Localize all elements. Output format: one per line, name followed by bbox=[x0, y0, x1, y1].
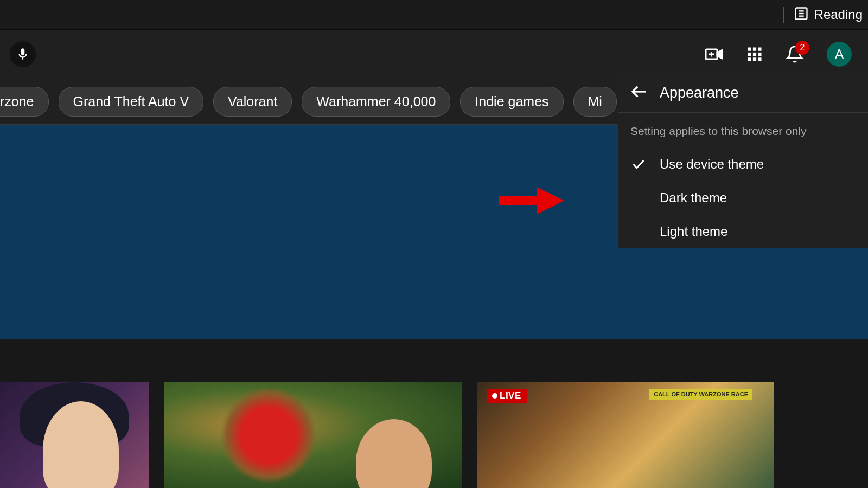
svg-marker-18 bbox=[537, 187, 564, 214]
video-thumbnail-3[interactable]: LIVE CALL OF DUTY WARZONE RACE bbox=[477, 382, 774, 488]
reading-list-icon bbox=[794, 6, 809, 23]
chip-warzone[interactable]: y: Warzone bbox=[0, 87, 49, 117]
chip-warhammer[interactable]: Warhammer 40,000 bbox=[302, 87, 450, 117]
thumbnail-overlay-text: CALL OF DUTY WARZONE RACE bbox=[649, 389, 752, 400]
option-light-theme[interactable]: Light theme bbox=[618, 215, 868, 248]
check-icon-container bbox=[630, 157, 647, 172]
svg-rect-8 bbox=[753, 48, 756, 51]
option-dark-theme[interactable]: Dark theme bbox=[618, 181, 868, 215]
video-thumbnail-1[interactable] bbox=[0, 382, 149, 488]
option-label: Light theme bbox=[660, 224, 727, 239]
red-arrow-icon bbox=[496, 184, 567, 217]
browser-divider bbox=[783, 7, 784, 23]
option-use-device-theme[interactable]: Use device theme bbox=[618, 147, 868, 181]
reading-mode-button[interactable]: Reading bbox=[794, 6, 863, 23]
user-avatar[interactable]: A bbox=[827, 42, 852, 67]
option-label: Use device theme bbox=[660, 157, 764, 172]
back-button[interactable] bbox=[630, 83, 648, 102]
panel-subtitle: Setting applies to this browser only bbox=[618, 113, 868, 147]
svg-rect-15 bbox=[758, 57, 761, 61]
content-divider bbox=[0, 339, 868, 382]
live-label: LIVE bbox=[500, 390, 521, 401]
svg-rect-17 bbox=[499, 196, 537, 205]
panel-title: Appearance bbox=[660, 85, 739, 101]
live-dot-icon bbox=[492, 393, 497, 399]
notifications-button[interactable]: 2 bbox=[786, 45, 804, 63]
microphone-icon bbox=[16, 47, 30, 61]
apps-grid-icon bbox=[746, 46, 763, 62]
notification-count-badge: 2 bbox=[795, 41, 809, 55]
svg-rect-13 bbox=[748, 57, 751, 61]
arrow-left-icon bbox=[630, 83, 648, 100]
chip-indie-games[interactable]: Indie games bbox=[460, 87, 563, 117]
header-bar: 2 A bbox=[0, 30, 868, 79]
chip-valorant[interactable]: Valorant bbox=[213, 87, 292, 117]
svg-rect-7 bbox=[748, 48, 751, 51]
live-badge: LIVE bbox=[487, 389, 527, 403]
svg-rect-10 bbox=[748, 53, 751, 56]
video-thumbnails-row: LIVE CALL OF DUTY WARZONE RACE bbox=[0, 382, 868, 488]
check-icon bbox=[631, 157, 646, 172]
browser-toolbar: Reading bbox=[0, 0, 868, 30]
svg-rect-12 bbox=[758, 53, 761, 56]
svg-rect-14 bbox=[753, 57, 756, 61]
annotation-arrow bbox=[496, 184, 567, 219]
reading-label: Reading bbox=[814, 7, 863, 22]
video-thumbnail-2[interactable] bbox=[164, 382, 462, 488]
panel-header: Appearance bbox=[618, 73, 868, 113]
svg-rect-11 bbox=[753, 53, 756, 56]
chip-gta5[interactable]: Grand Theft Auto V bbox=[59, 87, 204, 117]
appearance-menu-panel: Appearance Setting applies to this brows… bbox=[618, 73, 868, 248]
chip-partial[interactable]: Mi bbox=[573, 87, 617, 117]
voice-search-button[interactable] bbox=[10, 41, 36, 67]
option-label: Dark theme bbox=[660, 190, 727, 206]
create-button[interactable] bbox=[704, 44, 724, 64]
create-video-icon bbox=[704, 44, 724, 64]
svg-rect-9 bbox=[758, 48, 761, 51]
apps-button[interactable] bbox=[746, 46, 763, 62]
